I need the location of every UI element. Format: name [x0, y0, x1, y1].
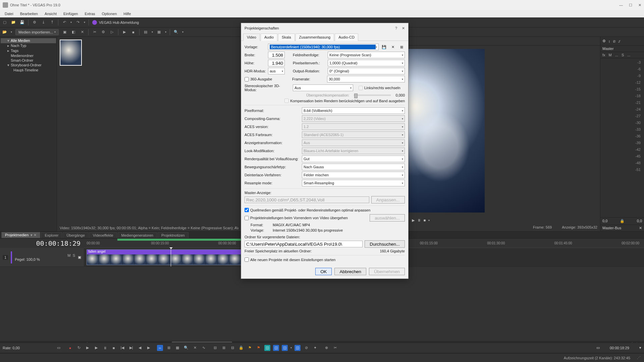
framerate-select[interactable]: 30,000▾: [327, 76, 405, 82]
cut-icon[interactable]: ✂: [92, 29, 97, 35]
chevron-down-icon[interactable]: ▾: [165, 31, 166, 34]
deinterlace-select[interactable]: Felder mischen▾: [302, 172, 405, 178]
vegas-hub-button[interactable]: VEGAS Hub Abmeldung: [92, 20, 139, 25]
prerender-override-checkbox[interactable]: Projekteinstellungen beim Vorrendern von…: [245, 216, 348, 220]
region-icon[interactable]: ⚑: [256, 345, 262, 351]
menu-hilfe[interactable]: Hilfe: [121, 11, 133, 16]
menu-extras[interactable]: Extras: [82, 11, 98, 16]
search-icon[interactable]: 🔍: [173, 29, 179, 35]
maximize-icon[interactable]: ☐: [629, 3, 632, 7]
event-snap-icon[interactable]: ◫: [282, 345, 288, 351]
delete-template-icon[interactable]: ✕: [389, 44, 396, 50]
stereo3d-select[interactable]: Aus▾: [293, 84, 353, 91]
stop-icon[interactable]: ■: [111, 345, 117, 351]
tab-audio[interactable]: Audio: [261, 34, 277, 41]
mixer-fader-icon[interactable]: ⎚: [613, 39, 615, 43]
track-fx-icon[interactable]: ▣: [78, 255, 81, 259]
play-start-icon[interactable]: ▶: [85, 345, 91, 351]
mute-button[interactable]: M: [67, 253, 70, 257]
auto-crossfade-icon[interactable]: ◫: [264, 345, 270, 351]
tab-skala[interactable]: Skala: [278, 34, 295, 41]
chevron-down-icon[interactable]: ▾: [11, 31, 12, 34]
tree-storyboard-main[interactable]: Haupt-Timeline: [1, 68, 56, 72]
help-icon[interactable]: ?: [395, 26, 397, 31]
close-icon[interactable]: ✕: [639, 226, 642, 230]
render-icon[interactable]: ⤓: [41, 20, 46, 25]
new-project-icon[interactable]: ▢: [2, 20, 7, 25]
minimize-icon[interactable]: —: [619, 3, 623, 7]
chevron-down-icon[interactable]: ▾: [182, 31, 183, 34]
fx-bypass-icon[interactable]: ✦: [312, 345, 318, 351]
cancel-icon[interactable]: ✕: [192, 345, 198, 351]
more-icon[interactable]: ...: [615, 53, 618, 57]
pause-icon[interactable]: ⏸: [102, 345, 108, 351]
tab-uebergaenge[interactable]: Übergänge: [63, 232, 88, 238]
match-media-icon[interactable]: ⊞: [398, 44, 405, 50]
cancel-button[interactable]: Abbrechen: [334, 268, 366, 275]
prev-frame-icon[interactable]: ◀: [137, 345, 143, 351]
quantize-icon[interactable]: ◫: [273, 345, 279, 351]
add-missing-icon[interactable]: ⊕: [323, 345, 329, 351]
compositing-icon[interactable]: ◫: [294, 345, 301, 351]
mute-button[interactable]: M: [609, 53, 612, 57]
tree-item[interactable]: Medienordner: [1, 53, 56, 58]
playhead[interactable]: [171, 248, 171, 266]
properties-icon[interactable]: ⚙: [32, 20, 37, 25]
view-list-icon[interactable]: ▤: [143, 29, 148, 35]
fx-icon[interactable]: ▷: [109, 29, 115, 35]
pause-icon[interactable]: ⏸: [417, 218, 421, 222]
tab-zusammenfassung[interactable]: Zusammenfassung: [296, 34, 334, 41]
stop-icon[interactable]: ■: [130, 29, 136, 35]
record-icon[interactable]: ●: [67, 345, 73, 351]
motion-blur-select[interactable]: Nach Gauss▾: [302, 164, 405, 170]
play-icon[interactable]: ▶: [93, 345, 99, 351]
import-media-button[interactable]: Medien importieren... ▾: [15, 29, 59, 35]
mixer-dim-icon[interactable]: ⎎: [618, 39, 621, 43]
tab-explorer[interactable]: Explorer: [41, 232, 62, 238]
trim-icon[interactable]: ✂: [332, 345, 338, 351]
menu-datei[interactable]: Datei: [2, 11, 16, 16]
go-end-icon[interactable]: ▶|: [128, 345, 134, 351]
tree-item[interactable]: Smart-Ordner: [1, 58, 56, 63]
pixelformat-select[interactable]: 8-bit (Vollbereich)▾: [302, 107, 405, 114]
tab-audio-cd[interactable]: Audio-CD: [335, 34, 358, 41]
lock-icon[interactable]: 🔒: [620, 219, 625, 223]
solo-button[interactable]: S: [622, 53, 624, 57]
adjust-source-checkbox[interactable]: Quellmedien gemäß Projekt- oder Renderei…: [245, 208, 405, 212]
folder-tree-icon[interactable]: 📂: [2, 29, 7, 35]
view-thumb-icon[interactable]: ▦: [156, 29, 162, 35]
tree-item[interactable]: ▸Nach Typ: [1, 43, 56, 48]
get-media-icon[interactable]: ◧: [71, 29, 76, 35]
prerender-folder-input[interactable]: [245, 241, 363, 247]
media-thumbnail[interactable]: [60, 40, 82, 66]
close-icon[interactable]: ✕: [638, 3, 641, 7]
chevron-down-icon[interactable]: ▾: [70, 21, 72, 24]
timecode-display[interactable]: 00:00:18:29: [36, 239, 80, 247]
save-icon[interactable]: 💾: [19, 20, 25, 25]
more-icon[interactable]: ...: [627, 53, 630, 57]
scrub-icon[interactable]: ▭: [56, 345, 62, 351]
play-icon[interactable]: ▶: [412, 218, 415, 223]
tab-projektnotizen[interactable]: Projektnotizen: [158, 232, 189, 238]
chevron-down-icon[interactable]: ▾: [290, 346, 292, 349]
resample-select[interactable]: Smart-Resampling▾: [302, 180, 405, 186]
tab-videoeffekte[interactable]: Videoeffekte: [89, 232, 117, 238]
mixer-insert-icon[interactable]: ↕: [608, 39, 610, 43]
slip-icon[interactable]: ▦: [174, 345, 180, 351]
chevron-down-icon[interactable]: ▾: [428, 219, 430, 222]
hdr-select[interactable]: aus▾: [268, 68, 285, 74]
menu-bearbeiten[interactable]: Bearbeiten: [17, 11, 41, 16]
height-input[interactable]: [268, 60, 285, 66]
open-icon[interactable]: 📁: [11, 20, 16, 25]
undo-icon[interactable]: ↶: [62, 20, 67, 25]
field-order-select[interactable]: Keine (Progressive Scan)▾: [328, 52, 405, 58]
marker-icon[interactable]: ⚑: [247, 345, 253, 351]
stop-icon[interactable]: ■: [424, 218, 426, 222]
remove-icon[interactable]: ✕: [79, 29, 85, 35]
rotation-select[interactable]: 0° (Original)▾: [328, 68, 405, 74]
tab-mediengeneratoren[interactable]: Mediengeneratoren: [118, 232, 157, 238]
properties-icon[interactable]: ⚙: [101, 29, 106, 35]
ignore-icon[interactable]: ⊘: [303, 345, 309, 351]
close-icon[interactable]: ✕: [402, 26, 405, 31]
tab-close-icon[interactable]: ▾ ✕: [31, 233, 37, 237]
